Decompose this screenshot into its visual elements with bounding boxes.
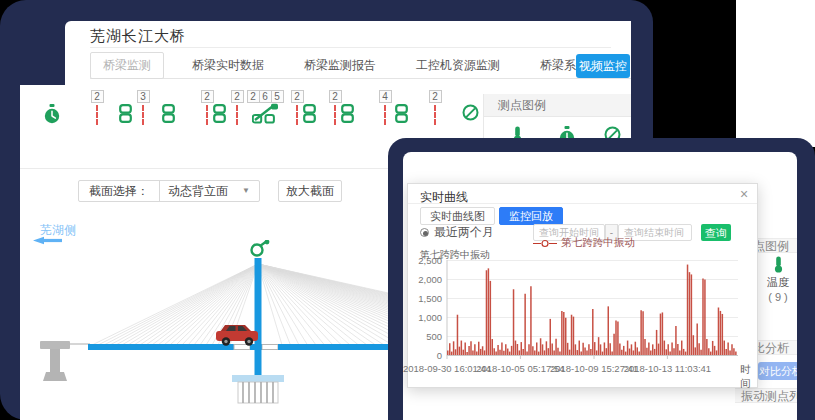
main-tabbar: 桥梁监测桥梁实时数据桥梁监测报告工控机资源监测桥梁系统报警 <box>90 52 631 79</box>
temperature-count: ( 9 ) <box>768 291 788 303</box>
screenshot-root: 芜湖长江大桥 桥梁监测桥梁实时数据桥梁监测报告工控机资源监测桥梁系统报警 视频监… <box>0 0 815 420</box>
overlay-window: 测点图例 温度 ( 9 ) 对比分析 对比分析 振动测点列表 实时曲线 × 实时… <box>403 152 797 420</box>
title-divider <box>90 47 611 48</box>
dialog-tabbar: 实时曲线图监控回放 <box>420 207 563 225</box>
curve-dialog: 实时曲线 × 实时曲线图监控回放 最近两个月 - 查询 第七跨跨中振动 <box>407 183 758 388</box>
link-icon[interactable] <box>395 104 408 123</box>
zoom-section-button[interactable]: 放大截面 <box>278 180 342 202</box>
section-select-group: 截面选择： 动态背立面 ▼ <box>78 180 260 202</box>
main-tab-2[interactable]: 桥梁监测报告 <box>292 53 388 78</box>
chart-x-axis-label: 时间 <box>740 363 756 391</box>
expansion-joint <box>262 345 278 350</box>
y-tick-label: 1,500 <box>416 293 442 304</box>
sensor-count-badge[interactable]: 2 <box>429 90 442 103</box>
link-icon[interactable] <box>341 104 354 123</box>
tower-foundation <box>238 382 278 403</box>
wind-sensor-icon <box>252 240 270 256</box>
alarm-tick <box>142 105 144 125</box>
y-tick-label: 500 <box>416 331 442 342</box>
page-title: 芜湖长江大桥 <box>90 27 186 46</box>
link-icon[interactable] <box>162 104 175 123</box>
thermometer-icon <box>773 256 784 273</box>
alarm-tick <box>236 105 238 125</box>
y-tick-label: 2,000 <box>416 274 442 285</box>
legend-panel-header: 测点图例 <box>484 94 631 117</box>
background-window <box>736 0 815 147</box>
dialog-tab-0[interactable]: 实时曲线图 <box>420 207 495 225</box>
dialog-tab-1[interactable]: 监控回放 <box>499 207 563 225</box>
section-select-label: 截面选择： <box>79 181 159 201</box>
legend-series-name: 第七跨跨中振动 <box>561 236 635 250</box>
ban-icon[interactable] <box>462 104 479 121</box>
stopwatch-icon[interactable] <box>43 104 61 124</box>
bridge-tower <box>255 258 262 375</box>
main-tab-3[interactable]: 工控机资源监测 <box>404 53 512 78</box>
main-window-header-panel: 芜湖长江大桥 桥梁监测桥梁实时数据桥梁监测报告工控机资源监测桥梁系统报警 视频监… <box>65 21 631 85</box>
temperature-legend-item[interactable]: 温度 ( 9 ) <box>759 256 797 303</box>
vibration-chart: 第七跨跨中振动 第七跨跨中振动 05001,0001,5002,0002,500… <box>416 236 756 386</box>
main-tab-1[interactable]: 桥梁实时数据 <box>180 53 276 78</box>
y-tick-label: 1,000 <box>416 312 442 323</box>
video-monitor-button[interactable]: 视频监控 <box>576 54 630 78</box>
chevron-down-icon: ▼ <box>242 181 250 201</box>
compare-analysis-button[interactable]: 对比分析 <box>758 362 797 380</box>
sensor-point <box>29 90 75 124</box>
tower-cap <box>232 375 284 382</box>
y-tick-label: 2,500 <box>416 255 442 266</box>
main-tab-0[interactable]: 桥梁监测 <box>90 52 164 79</box>
chart-plot <box>446 260 738 360</box>
legend-panel: 测点图例 <box>483 94 631 144</box>
section-select[interactable]: 动态背立面 ▼ <box>159 181 259 201</box>
overlay-window-frame: 测点图例 温度 ( 9 ) 对比分析 对比分析 振动测点列表 实时曲线 × 实时… <box>388 138 815 420</box>
legend-marker-icon <box>533 239 557 248</box>
x-tick-label: 2018-10-13 11:03:41 <box>624 363 712 374</box>
abutment-pier <box>40 341 70 381</box>
y-tick-label: 0 <box>416 350 442 361</box>
close-icon[interactable]: × <box>740 186 748 202</box>
section-select-value: 动态背立面 <box>168 181 228 201</box>
temperature-label: 温度 <box>767 275 789 290</box>
alarm-tick <box>434 105 436 125</box>
car <box>216 325 258 346</box>
alarm-tick <box>96 105 98 125</box>
dialog-header-divider <box>408 203 757 204</box>
bridge-deck-left <box>88 344 234 350</box>
